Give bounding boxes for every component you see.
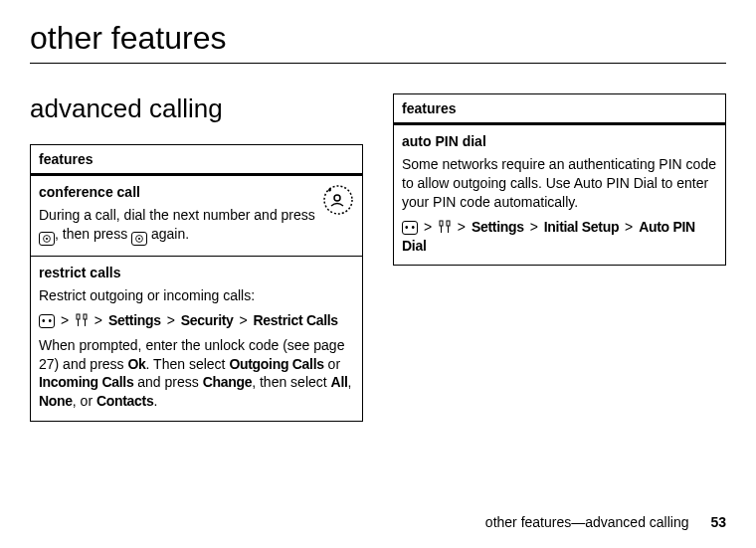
settings-icon	[75, 313, 89, 327]
follow-text: When prompted, enter the unlock code (se…	[39, 336, 354, 412]
text: and press	[133, 374, 202, 390]
text: , or	[73, 393, 96, 409]
nav-path: > > Settings > Security > Restrict Calls	[39, 311, 354, 330]
table-header: features	[31, 145, 362, 176]
feature-desc: Restrict outgoing or incoming calls: > >…	[39, 286, 354, 411]
page-footer: other features—advanced calling 53	[485, 514, 726, 530]
left-feature-table: features conference call During a call, …	[30, 144, 363, 422]
right-feature-table: features auto PIN dial Some networks req…	[393, 93, 726, 266]
nav-item: Restrict Calls	[254, 312, 338, 328]
svg-rect-5	[77, 314, 80, 319]
label: None	[39, 393, 73, 409]
feature-desc: During a call, dial the next number and …	[39, 206, 354, 246]
settings-icon	[438, 220, 452, 234]
send-key-icon	[131, 232, 147, 246]
label: Incoming Calls	[39, 374, 133, 390]
table-row: auto PIN dial Some networks require an a…	[394, 125, 725, 265]
feature-desc: Some networks require an authenticating …	[402, 155, 717, 255]
nav-path: > > Settings > Initial Setup > Auto PIN …	[402, 218, 717, 256]
nav-item: Security	[181, 312, 234, 328]
text: ,	[348, 374, 352, 390]
table-row: conference call During a call, dial the …	[31, 176, 362, 257]
footer-text: other features—advanced calling	[485, 514, 689, 530]
svg-rect-9	[440, 221, 443, 226]
label: Outgoing Calls	[229, 356, 323, 372]
label: Ok	[128, 356, 146, 372]
menu-key-icon	[402, 221, 418, 235]
svg-point-2	[46, 238, 48, 240]
table-row: restrict calls Restrict outgoing or inco…	[31, 257, 362, 421]
nav-item: Settings	[108, 312, 161, 328]
label: All	[331, 374, 348, 390]
send-key-icon	[39, 232, 55, 246]
svg-rect-10	[447, 221, 450, 226]
desc-text: Some networks require an authenticating …	[402, 155, 717, 212]
section-heading: advanced calling	[30, 93, 363, 124]
nav-item: Initial Setup	[544, 219, 619, 235]
table-header: features	[394, 94, 725, 125]
svg-rect-6	[84, 314, 87, 319]
page-title: other features	[30, 20, 726, 57]
desc-text: During a call, dial the next number and …	[39, 207, 315, 223]
desc-text: again.	[147, 226, 189, 242]
content-columns: advanced calling features conference cal…	[30, 93, 726, 422]
label: Contacts	[96, 393, 154, 409]
svg-point-4	[138, 238, 140, 240]
text: or	[324, 356, 340, 372]
feature-name: restrict calls	[39, 265, 354, 280]
text: . Then select	[146, 356, 230, 372]
desc-text: , then press	[55, 226, 131, 242]
feature-name: conference call	[39, 184, 354, 200]
text: , then select	[252, 374, 330, 390]
title-underline	[30, 63, 726, 64]
page-number: 53	[710, 514, 726, 530]
intro-text: Restrict outgoing or incoming calls:	[39, 286, 354, 305]
text: .	[153, 393, 157, 409]
menu-key-icon	[39, 314, 55, 328]
feature-name: auto PIN dial	[402, 133, 717, 149]
left-column: advanced calling features conference cal…	[30, 93, 363, 422]
label: Change	[203, 374, 253, 390]
conference-icon	[322, 184, 354, 216]
nav-item: Settings	[472, 219, 524, 235]
right-column: features auto PIN dial Some networks req…	[393, 93, 726, 422]
